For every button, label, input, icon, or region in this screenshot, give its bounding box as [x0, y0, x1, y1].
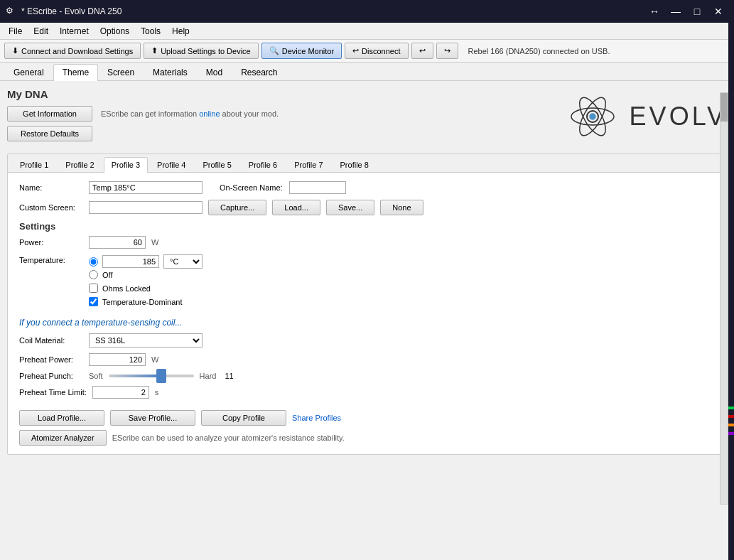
scrollbar[interactable] — [720, 92, 728, 505]
temp-on-radio[interactable] — [89, 257, 98, 266]
main-tabs: General Theme Screen Materials Mod Resea… — [0, 63, 734, 81]
temp-off-label: Off — [102, 271, 112, 279]
profile-tab-2[interactable]: Profile 2 — [58, 157, 102, 172]
share-profiles-link[interactable]: Share Profiles — [292, 414, 341, 422]
profile-tab-8[interactable]: Profile 8 — [333, 157, 377, 172]
power-label: Power: — [19, 238, 83, 247]
evolv-text: EVOLV — [630, 102, 727, 131]
preheat-punch-slider[interactable] — [109, 375, 194, 377]
profile-tab-7[interactable]: Profile 7 — [286, 157, 330, 172]
profile-tabs: Profile 1 Profile 2 Profile 3 Profile 4 … — [8, 154, 726, 173]
power-input[interactable] — [89, 236, 146, 249]
preheat-power-row: Preheat Power: W — [19, 353, 715, 366]
scroll-thumb[interactable] — [720, 93, 728, 122]
upload-settings-button[interactable]: ⬆ Upload Settings to Device — [144, 43, 259, 59]
copy-profile-button[interactable]: Copy Profile — [201, 410, 286, 426]
temp-dominant-row: Temperature-Dominant — [89, 297, 203, 306]
profile-tab-1[interactable]: Profile 1 — [12, 157, 56, 172]
get-information-button[interactable]: Get Information — [7, 106, 92, 122]
ohms-locked-checkbox[interactable] — [89, 284, 98, 293]
right-accent-bar — [728, 23, 734, 553]
name-label: Name: — [19, 183, 83, 192]
capture-button[interactable]: Capture... — [208, 200, 266, 215]
ohms-locked-row: Ohms Locked — [89, 284, 203, 293]
temp-unit-select[interactable]: °C °F — [163, 254, 203, 269]
online-link[interactable]: online — [199, 109, 220, 118]
preheat-power-input[interactable] — [89, 353, 146, 366]
menu-options[interactable]: Options — [95, 25, 135, 38]
preheat-punch-value: 11 — [225, 372, 233, 380]
save-button[interactable]: Save... — [326, 200, 374, 215]
device-monitor-button[interactable]: 🔍 Device Monitor — [261, 43, 342, 59]
temp-value-row: °C °F — [89, 254, 203, 269]
save-profile-button[interactable]: Save Profile... — [110, 410, 195, 426]
tab-mod[interactable]: Mod — [197, 64, 232, 80]
tab-screen[interactable]: Screen — [98, 64, 144, 80]
on-screen-input[interactable] — [289, 181, 346, 194]
on-screen-label: On-Screen Name: — [220, 183, 284, 192]
menu-internet[interactable]: Internet — [54, 25, 95, 38]
menu-help[interactable]: Help — [166, 25, 195, 38]
profile-tab-3[interactable]: Profile 3 — [104, 157, 148, 173]
window-controls: ↔ — □ ✕ — [644, 1, 728, 21]
dna-section: My DNA Get Information EScribe can get i… — [7, 88, 727, 145]
resize-btn[interactable]: ↔ — [644, 1, 664, 21]
load-button[interactable]: Load... — [272, 200, 320, 215]
undo-button[interactable]: ↩ — [411, 43, 433, 59]
dna-info: Get Information EScribe can get informat… — [7, 106, 279, 141]
tab-materials[interactable]: Materials — [144, 64, 197, 80]
atomizer-analyzer-button[interactable]: Atomizer Analyzer — [19, 430, 107, 446]
connect-icon: ⬇ — [12, 46, 18, 55]
menu-file[interactable]: File — [3, 25, 28, 38]
coil-section-title: If you connect a temperature-sensing coi… — [19, 318, 715, 328]
temperature-label: Temperature: — [19, 256, 83, 264]
temp-dominant-checkbox[interactable] — [89, 297, 98, 306]
preheat-punch-row: Preheat Punch: Soft Hard 11 — [19, 372, 715, 380]
preheat-time-unit: s — [155, 388, 159, 397]
power-row: Power: W — [19, 236, 715, 249]
profile-content: Name: On-Screen Name: Custom Screen: Cap… — [8, 173, 726, 454]
preheat-time-input[interactable] — [92, 386, 149, 399]
tab-theme[interactable]: Theme — [53, 64, 98, 81]
menu-edit[interactable]: Edit — [28, 25, 54, 38]
connect-download-button[interactable]: ⬇ Connect and Download Settings — [4, 43, 141, 59]
minimize-btn[interactable]: — — [666, 1, 686, 21]
profile-tabs-container: Profile 1 Profile 2 Profile 3 Profile 4 … — [7, 154, 727, 455]
disconnect-button[interactable]: ↩ Disconnect — [345, 43, 408, 59]
restore-defaults-button[interactable]: Restore Defaults — [7, 126, 92, 141]
tab-research[interactable]: Research — [232, 64, 286, 80]
accent-green — [728, 406, 734, 409]
dna-title: My DNA — [7, 88, 279, 100]
coil-material-select[interactable]: SS 316L SS 304 SS 430 Titanium Nickel 20… — [89, 333, 203, 348]
maximize-btn[interactable]: □ — [687, 1, 707, 21]
tab-general[interactable]: General — [4, 64, 53, 80]
dna-info-text: EScribe can get information online about… — [101, 109, 279, 118]
none-button[interactable]: None — [380, 200, 423, 215]
connection-status: Rebel 166 (DNA250) connected on USB. — [468, 47, 610, 55]
close-btn[interactable]: ✕ — [708, 1, 728, 21]
profile-tab-5[interactable]: Profile 5 — [195, 157, 239, 172]
preheat-punch-hard-label: Hard — [200, 372, 217, 380]
temp-dominant-label: Temperature-Dominant — [102, 298, 183, 306]
name-input[interactable] — [89, 181, 203, 194]
svg-point-5 — [589, 113, 596, 120]
profile-tab-4[interactable]: Profile 4 — [149, 157, 193, 172]
menu-tools[interactable]: Tools — [135, 25, 166, 38]
custom-screen-input[interactable] — [89, 201, 203, 214]
evolv-icon — [564, 88, 621, 145]
temp-off-radio[interactable] — [89, 270, 98, 279]
menu-bar: File Edit Internet Options Tools Help — [0, 23, 734, 40]
accent-orange — [728, 424, 734, 426]
monitor-icon: 🔍 — [269, 46, 279, 55]
coil-material-row: Coil Material: SS 316L SS 304 SS 430 Tit… — [19, 333, 715, 348]
redo-button[interactable]: ↪ — [436, 43, 458, 59]
title-bar: ⚙ * EScribe - Evolv DNA 250 ↔ — □ ✕ — [0, 0, 734, 23]
load-profile-button[interactable]: Load Profile... — [19, 410, 104, 426]
temperature-row: Temperature: °C °F Off — [19, 254, 715, 309]
atomizer-row: Atomizer Analyzer EScribe can be used to… — [19, 430, 715, 446]
evolv-logo: EVOLV — [564, 88, 727, 145]
temperature-input[interactable] — [102, 255, 159, 268]
preheat-power-label: Preheat Power: — [19, 355, 83, 364]
main-content: My DNA Get Information EScribe can get i… — [0, 81, 734, 553]
profile-tab-6[interactable]: Profile 6 — [241, 157, 285, 172]
